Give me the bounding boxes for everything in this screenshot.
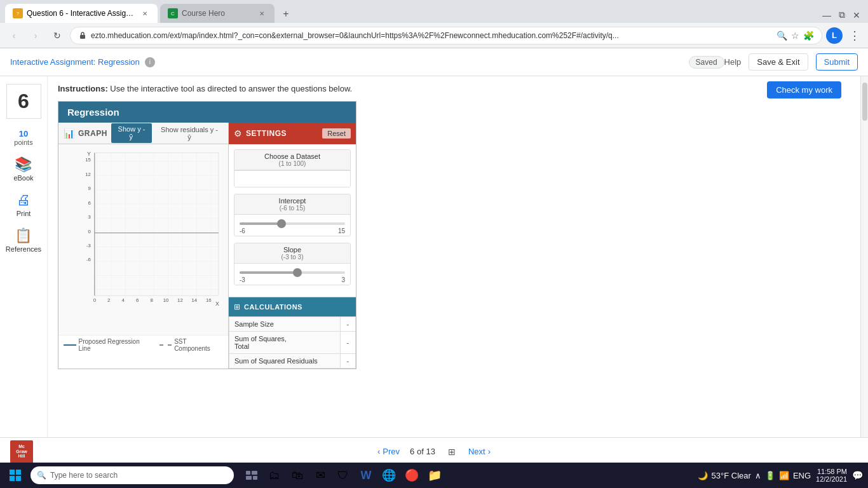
intercept-slider-track[interactable] xyxy=(240,222,345,225)
table-row: Sum of Squared Residuals - xyxy=(229,354,356,369)
slope-label: Slope (-3 to 3) xyxy=(234,243,350,264)
reload-button[interactable]: ↻ xyxy=(48,27,66,44)
slope-slider-thumb[interactable] xyxy=(293,268,302,277)
calc-tab-bar: ⊞ CALCULATIONS xyxy=(229,297,356,316)
question-number: 6 xyxy=(18,90,29,113)
next-button[interactable]: Next › xyxy=(468,447,491,456)
svg-text:2: 2 xyxy=(107,297,110,303)
slope-slider-row: -3 3 xyxy=(234,264,350,285)
profile-button[interactable]: L xyxy=(826,27,843,44)
taskbar-app-defender[interactable]: 🛡 xyxy=(333,465,353,485)
sidebar-tool-references[interactable]: 📋 References xyxy=(6,227,41,253)
taskbar-apps: 🗂 🛍 ✉ 🛡 W 🌐 🔴 📁 xyxy=(241,465,445,485)
taskbar-app-files[interactable]: 📁 xyxy=(424,465,445,485)
files-icon: 📁 xyxy=(428,468,442,482)
header-right: Help Save & Exit Submit xyxy=(724,53,858,71)
tool-header: Regression xyxy=(58,102,356,123)
address-bar[interactable]: ezto.mheducation.com/ext/map/index.html?… xyxy=(70,27,822,44)
calc-ssr-label: Sum of Squared Residuals xyxy=(229,354,341,369)
scrollbar-thumb[interactable] xyxy=(862,83,867,121)
graph-area: Y 15 12 9 6 3 0 -3 -6 0 2 4 xyxy=(58,144,228,335)
taskbar-app-task-view[interactable] xyxy=(241,465,262,485)
graph-bar-icon: 📊 xyxy=(64,128,74,139)
sidebar-tool-print[interactable]: 🖨 Print xyxy=(17,192,31,217)
table-row: Sample Size - xyxy=(229,317,356,332)
taskbar-clock[interactable]: 11:58 PM 12/2/2021 xyxy=(816,468,847,483)
svg-text:4: 4 xyxy=(122,297,125,303)
reset-button[interactable]: Reset xyxy=(322,128,351,139)
page-footer: Mc Graw Hill ‹ Prev 6 of 13 ⊞ Next › xyxy=(0,437,868,465)
svg-text:3: 3 xyxy=(88,214,91,220)
info-icon[interactable]: i xyxy=(145,57,155,67)
svg-text:-6: -6 xyxy=(86,257,91,262)
forward-button[interactable]: › xyxy=(27,27,44,44)
browser-menu-button[interactable]: ⋮ xyxy=(846,26,863,45)
minimize-icon[interactable]: — xyxy=(820,8,834,23)
svg-text:0: 0 xyxy=(88,229,92,234)
taskbar-app-mail[interactable]: ✉ xyxy=(310,465,330,485)
save-exit-button[interactable]: Save & Exit xyxy=(749,53,808,71)
taskbar-search-placeholder: Type here to search xyxy=(50,471,118,480)
tab-close-inactive[interactable]: ✕ xyxy=(257,8,267,18)
svg-text:-3: -3 xyxy=(86,243,91,248)
calc-sst-value: - xyxy=(340,332,355,354)
taskbar-app-store[interactable]: 🛍 xyxy=(287,465,308,485)
prev-chevron-icon: ‹ xyxy=(377,447,380,456)
print-icon: 🖨 xyxy=(17,192,31,208)
dataset-input[interactable] xyxy=(234,170,350,187)
references-icon: 📋 xyxy=(15,227,32,244)
tab-active[interactable]: ? Question 6 - Interactive Assignm... ✕ xyxy=(5,4,158,23)
svg-rect-28 xyxy=(10,476,15,481)
taskbar-app-word[interactable]: W xyxy=(356,465,376,485)
sidebar-tool-ebook[interactable]: 📚 eBook xyxy=(13,156,33,182)
check-my-work-button[interactable]: Check my work xyxy=(767,81,841,98)
show-residuals-button[interactable]: Show residuals y - ŷ xyxy=(156,124,223,143)
grid-view-icon[interactable]: ⊞ xyxy=(448,447,456,457)
url-text: ezto.mheducation.com/ext/map/index.html?… xyxy=(91,31,776,40)
points-area: 10 points xyxy=(14,129,32,146)
browser-extras: — ⧉ ✕ xyxy=(820,7,863,23)
scrollbar[interactable] xyxy=(860,76,868,437)
edge-icon: 🌐 xyxy=(382,468,396,482)
submit-button[interactable]: Submit xyxy=(816,53,858,71)
extension-puzzle-icon[interactable]: 🧩 xyxy=(803,30,814,41)
settings-content: Choose a Dataset (1 to 100) Intercept (-… xyxy=(229,144,356,297)
svg-rect-30 xyxy=(246,471,250,475)
saved-badge: Saved xyxy=(689,56,724,69)
slope-slider-track[interactable] xyxy=(240,271,345,274)
notification-icon[interactable]: 💬 xyxy=(852,470,863,480)
system-tray-chevron-icon[interactable]: ∧ xyxy=(755,471,761,480)
svg-rect-32 xyxy=(246,476,252,480)
svg-text:15: 15 xyxy=(85,157,91,163)
search-icon[interactable]: 🔍 xyxy=(776,30,787,41)
show-y-button[interactable]: Show y - ȳ xyxy=(111,123,152,143)
intercept-slider-row: -6 15 xyxy=(234,215,350,236)
table-row: Sum of Squares,Total - xyxy=(229,332,356,354)
taskbar-search-box[interactable]: 🔍 Type here to search xyxy=(31,466,234,484)
tool-title: Regression xyxy=(67,107,119,118)
taskbar-app-edge[interactable]: 🌐 xyxy=(379,465,399,485)
close-icon[interactable]: ✕ xyxy=(850,8,863,23)
address-icons: 🔍 ☆ 🧩 xyxy=(776,30,814,41)
tab-close-active[interactable]: ✕ xyxy=(140,8,150,18)
svg-text:14: 14 xyxy=(192,297,198,303)
defender-icon: 🛡 xyxy=(337,469,349,482)
start-button[interactable] xyxy=(5,465,25,485)
help-link[interactable]: Help xyxy=(724,57,742,67)
bookmark-star-icon[interactable]: ☆ xyxy=(791,30,799,41)
new-tab-button[interactable]: + xyxy=(277,5,295,23)
tab-inactive[interactable]: C Course Hero ✕ xyxy=(160,4,275,23)
taskbar-app-chrome[interactable]: 🔴 xyxy=(402,465,422,485)
date-display: 12/2/2021 xyxy=(816,475,847,483)
svg-text:9: 9 xyxy=(88,186,91,191)
legend-sst-label: SST Components xyxy=(174,338,223,352)
restore-icon[interactable]: ⧉ xyxy=(836,7,848,23)
prev-button[interactable]: ‹ Prev xyxy=(377,447,400,456)
tab-title-active: Question 6 - Interactive Assignm... xyxy=(27,9,136,18)
taskbar-app-file-explorer[interactable]: 🗂 xyxy=(264,465,285,485)
ebook-icon: 📚 xyxy=(15,156,32,173)
back-button[interactable]: ‹ xyxy=(5,27,23,44)
question-number-box: 6 xyxy=(6,84,41,119)
file-explorer-icon: 🗂 xyxy=(269,469,280,482)
intercept-slider-thumb[interactable] xyxy=(277,219,286,228)
